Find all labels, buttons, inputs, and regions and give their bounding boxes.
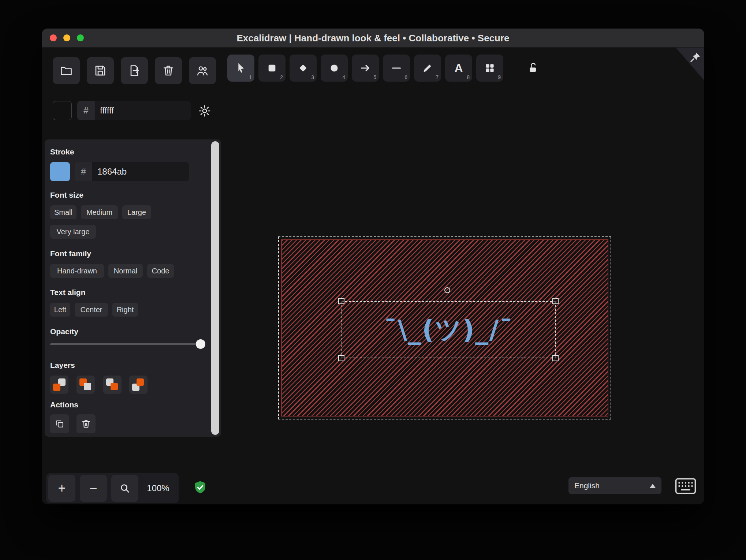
collaborators-icon: [196, 64, 209, 77]
settings-button[interactable]: [195, 102, 214, 120]
minus-icon: −: [89, 481, 97, 496]
send-backward-button[interactable]: [77, 376, 95, 394]
arrow-icon: [359, 62, 371, 74]
text-align-right-button[interactable]: Right: [112, 303, 138, 317]
hash-prefix: #: [77, 101, 95, 120]
resize-handle-top-left[interactable]: [338, 298, 344, 304]
window-title: Excalidraw | Hand-drawn look & feel • Co…: [42, 29, 704, 48]
language-select[interactable]: English: [568, 477, 661, 494]
stroke-label: Stroke: [50, 148, 74, 156]
gear-icon: [198, 104, 211, 117]
text-align-label: Text align: [50, 288, 85, 297]
excalidraw-window: Excalidraw | Hand-drawn look & feel • Co…: [42, 29, 704, 504]
duplicate-icon: [55, 419, 65, 429]
text-selection-outline: [342, 301, 556, 358]
pencil-icon: [422, 62, 433, 74]
minimize-window-button[interactable]: [63, 34, 70, 41]
trash-icon: [81, 419, 91, 429]
font-family-normal-button[interactable]: Normal: [108, 264, 143, 278]
font-size-large-button[interactable]: Large: [122, 205, 151, 219]
font-family-code-button[interactable]: Code: [147, 264, 174, 278]
duplicate-button[interactable]: [50, 414, 69, 433]
tool-arrow[interactable]: 5: [352, 55, 379, 82]
font-family-label: Font family: [50, 249, 91, 258]
language-value: English: [574, 481, 600, 490]
zoom-out-button[interactable]: −: [80, 475, 107, 502]
tool-line[interactable]: 6: [383, 55, 410, 82]
hash-prefix: #: [75, 162, 92, 181]
export-icon: [128, 64, 141, 77]
encryption-shield-icon: [193, 479, 208, 496]
trash-icon: [162, 64, 175, 77]
resize-handle-top-right[interactable]: [552, 298, 559, 304]
layer-shape-icon: [137, 378, 144, 386]
opacity-slider-track[interactable]: [50, 343, 205, 345]
rotate-handle[interactable]: [444, 287, 450, 293]
stroke-color-value[interactable]: 1864ab: [92, 162, 189, 181]
canvas-background-color-field[interactable]: # ffffff: [77, 101, 191, 120]
panel-scrollbar[interactable]: [211, 141, 219, 435]
diamond-icon: [297, 62, 309, 74]
tool-diamond[interactable]: 3: [290, 55, 317, 82]
titlebar: Excalidraw | Hand-drawn look & feel • Co…: [42, 29, 704, 48]
layers-label: Layers: [50, 361, 75, 370]
window-controls: [50, 34, 84, 41]
font-size-small-button[interactable]: Small: [50, 205, 77, 219]
tool-selection[interactable]: 1: [227, 55, 254, 82]
chevron-up-icon: [650, 484, 656, 488]
tool-text[interactable]: A 8: [445, 55, 472, 82]
send-to-back-button[interactable]: [50, 376, 68, 394]
folder-icon: [60, 64, 73, 77]
layer-shape-icon: [53, 384, 60, 391]
tool-ellipse[interactable]: 4: [321, 55, 348, 82]
text-align-left-button[interactable]: Left: [50, 303, 70, 317]
magnifier-icon: [119, 483, 130, 494]
export-button[interactable]: [121, 57, 148, 84]
save-icon: [94, 64, 107, 77]
font-size-medium-button[interactable]: Medium: [81, 205, 118, 219]
text-align-center-button[interactable]: Center: [75, 303, 108, 317]
stroke-color-field[interactable]: # 1864ab: [75, 162, 189, 181]
layer-shape-icon: [84, 383, 91, 390]
resize-handle-bottom-left[interactable]: [338, 355, 344, 361]
bring-to-front-button[interactable]: [129, 376, 148, 394]
zoom-in-button[interactable]: +: [48, 475, 75, 502]
delete-button[interactable]: [77, 414, 96, 433]
font-size-label: Font size: [50, 191, 83, 199]
line-icon: [391, 62, 402, 74]
unlocked-padlock-icon: [527, 62, 540, 74]
lock-tool-toggle[interactable]: [520, 55, 547, 82]
zoom-reset-button[interactable]: [111, 475, 138, 502]
properties-panel: Stroke # 1864ab Font size Small Medium L…: [45, 139, 221, 437]
clear-canvas-button[interactable]: [155, 57, 182, 84]
canvas-background-color-value[interactable]: ffffff: [95, 101, 191, 120]
font-family-hand-drawn-button[interactable]: Hand-drawn: [50, 264, 104, 278]
collaboration-button[interactable]: [189, 57, 216, 84]
text-tool-icon: A: [454, 61, 463, 75]
opacity-slider[interactable]: [50, 339, 205, 349]
save-button[interactable]: [87, 57, 114, 84]
open-file-button[interactable]: [53, 57, 80, 84]
actions-label: Actions: [50, 400, 78, 409]
font-size-very-large-button[interactable]: Very large: [50, 225, 96, 239]
tool-rectangle[interactable]: 2: [258, 55, 286, 82]
opacity-slider-thumb[interactable]: [196, 339, 205, 349]
maximize-window-button[interactable]: [77, 34, 84, 41]
close-window-button[interactable]: [50, 34, 57, 41]
keyboard-shortcuts-icon[interactable]: [675, 478, 696, 494]
bring-forward-button[interactable]: [103, 376, 122, 394]
tool-draw[interactable]: 7: [414, 55, 441, 82]
zoom-level[interactable]: 100%: [139, 475, 177, 502]
tool-shapes-library[interactable]: 9: [476, 55, 503, 82]
selection-cursor-icon: [235, 62, 247, 74]
desktop-background: Excalidraw | Hand-drawn look & feel • Co…: [0, 0, 746, 560]
canvas-background-swatch[interactable]: [53, 101, 72, 120]
opacity-label: Opacity: [50, 327, 78, 336]
resize-handle-bottom-right[interactable]: [552, 355, 559, 361]
rectangle-icon: [266, 62, 278, 74]
pin-icon[interactable]: [689, 51, 701, 64]
stroke-color-swatch[interactable]: [50, 162, 70, 181]
ellipse-icon: [328, 62, 340, 74]
shapes-grid-icon: [484, 62, 496, 74]
plus-icon: +: [58, 481, 66, 496]
